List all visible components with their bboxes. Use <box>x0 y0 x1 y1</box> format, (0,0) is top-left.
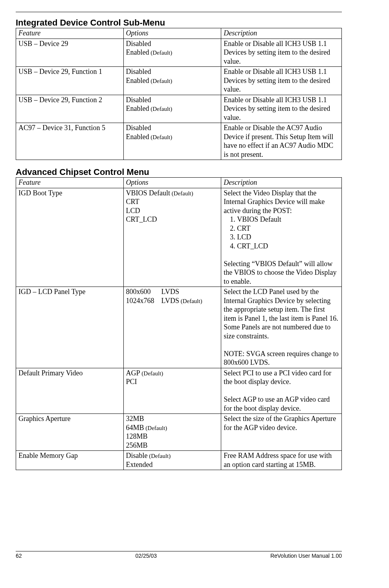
table-header-row: Feature Options Description <box>16 28 342 39</box>
option-value: Enabled (Default) <box>126 104 219 113</box>
page-footer: 62 02/25/03 ReVolution User Manual 1.00 <box>16 551 342 559</box>
feature-cell: USB – Device 29, Function 2 <box>16 95 124 123</box>
description-text: Enable or Disable all ICH3 USB 1.1 Devic… <box>224 67 339 94</box>
section1-title: Integrated Device Control Sub-Menu <box>16 18 342 28</box>
options-cell: 800x600 LVDS1024x768 LVDS (Default) <box>123 287 221 368</box>
table-row: USB – Device 29, Function 1DisabledEnabl… <box>16 67 342 95</box>
default-marker: (Default) <box>149 134 172 140</box>
description-text: Select PCI to use a PCI video card for t… <box>224 369 339 386</box>
option-value: LCD <box>126 206 219 215</box>
option-value: 1024x768 LVDS (Default) <box>126 296 219 305</box>
description-cell: Select the LCD Panel used by the Interna… <box>221 287 342 368</box>
description-text: Enable or Disable the AC97 Audio Device … <box>224 123 339 159</box>
option-value: Disable (Default) <box>126 451 219 460</box>
option-value: 800x600 LVDS <box>126 287 219 296</box>
option-value: Extended <box>126 460 219 469</box>
options-cell: 32MB64MB (Default)128MB256MB <box>123 414 221 451</box>
option-value: AGP (Default) <box>126 369 219 378</box>
feature-cell: Enable Memory Gap <box>16 451 124 470</box>
option-value: 64MB (Default) <box>126 423 219 432</box>
option-value: PCI <box>126 377 219 386</box>
description-cell: Select the Video Display that the Intern… <box>221 188 342 287</box>
description-text: Select the size of the Graphics Aperture… <box>224 414 339 432</box>
options-cell: DisabledEnabled (Default) <box>123 39 221 67</box>
header-feature: Feature <box>16 28 124 39</box>
table-row: AC97 – Device 31, Function 5DisabledEnab… <box>16 123 342 160</box>
description-text: Selecting “VBIOS Default” will allow the… <box>224 259 339 286</box>
option-value: Enabled (Default) <box>126 76 219 85</box>
option-value: Disabled <box>126 67 219 76</box>
option-value: Disabled <box>126 39 219 48</box>
default-marker: (Default) <box>148 453 171 459</box>
default-marker: (Default) <box>144 425 167 431</box>
default-marker: (Default) <box>149 78 172 84</box>
section2-table: Feature Options Description IGD Boot Typ… <box>16 177 342 470</box>
description-cell: Free RAM Address space for use with an o… <box>221 451 342 470</box>
feature-cell: IGD – LCD Panel Type <box>16 287 124 368</box>
feature-cell: Default Primary Video <box>16 368 124 414</box>
footer-manual-title: ReVolution User Manual 1.00 <box>270 553 342 559</box>
description-list-item: CRT_LCD <box>237 242 339 251</box>
option-value: 128MB <box>126 432 219 441</box>
description-cell: Select the size of the Graphics Aperture… <box>221 414 342 451</box>
header-feature: Feature <box>16 178 124 188</box>
feature-cell: Graphics Aperture <box>16 414 124 451</box>
description-list-item: LCD <box>237 233 339 242</box>
table-row: Default Primary VideoAGP (Default)PCISel… <box>16 368 342 414</box>
option-value: Disabled <box>126 96 219 105</box>
description-list-item: CRT <box>237 224 339 233</box>
feature-cell: AC97 – Device 31, Function 5 <box>16 123 124 160</box>
description-list: VBIOS DefaultCRTLCDCRT_LCD <box>232 215 339 250</box>
header-options: Options <box>123 178 221 188</box>
footer-date: 02/25/03 <box>135 553 157 559</box>
section2-title: Advanced Chipset Control Menu <box>16 167 342 177</box>
table-header-row: Feature Options Description <box>16 178 342 188</box>
options-cell: DisabledEnabled (Default) <box>123 123 221 160</box>
default-marker: (Default) <box>170 190 193 197</box>
options-cell: AGP (Default)PCI <box>123 368 221 414</box>
description-cell: Enable or Disable the AC97 Audio Device … <box>221 123 342 160</box>
description-cell: Enable or Disable all ICH3 USB 1.1 Devic… <box>221 67 342 95</box>
description-list-item: VBIOS Default <box>237 215 339 224</box>
description-text: Select the Video Display that the Intern… <box>224 189 339 215</box>
description-text: NOTE: SVGA screen requires change to 800… <box>224 349 339 367</box>
description-text: Free RAM Address space for use with an o… <box>224 451 339 469</box>
option-value: Disabled <box>126 123 219 132</box>
options-cell: DisabledEnabled (Default) <box>123 95 221 123</box>
top-rule <box>16 12 342 12</box>
option-value: 32MB <box>126 414 219 423</box>
options-cell: DisabledEnabled (Default) <box>123 67 221 95</box>
options-cell: VBIOS Default (Default)CRTLCDCRT_LCD <box>123 188 221 287</box>
option-value: 256MB <box>126 441 219 450</box>
options-cell: Disable (Default)Extended <box>123 451 221 470</box>
description-text: Enable or Disable all ICH3 USB 1.1 Devic… <box>224 96 339 122</box>
header-options: Options <box>123 28 221 39</box>
table-row: Graphics Aperture32MB64MB (Default)128MB… <box>16 414 342 451</box>
default-marker: (Default) <box>149 106 172 112</box>
footer-page-number: 62 <box>16 553 22 559</box>
table-row: Enable Memory GapDisable (Default)Extend… <box>16 451 342 470</box>
option-value: VBIOS Default (Default) <box>126 189 219 198</box>
table-row: IGD Boot TypeVBIOS Default (Default)CRTL… <box>16 188 342 287</box>
description-text: Enable or Disable all ICH3 USB 1.1 Devic… <box>224 39 339 66</box>
default-marker: (Default) <box>140 370 163 377</box>
header-description: Description <box>221 28 342 39</box>
table-row: USB – Device 29DisabledEnabled (Default)… <box>16 39 342 67</box>
table-row: IGD – LCD Panel Type800x600 LVDS1024x768… <box>16 287 342 368</box>
description-cell: Enable or Disable all ICH3 USB 1.1 Devic… <box>221 39 342 67</box>
default-marker: (Default) <box>179 298 202 304</box>
feature-cell: USB – Device 29, Function 1 <box>16 67 124 95</box>
description-text: Select the LCD Panel used by the Interna… <box>224 287 339 340</box>
description-text: Select AGP to use an AGP video card for … <box>224 395 339 413</box>
feature-cell: USB – Device 29 <box>16 39 124 67</box>
default-marker: (Default) <box>149 50 172 56</box>
table-row: USB – Device 29, Function 2DisabledEnabl… <box>16 95 342 123</box>
option-value: CRT <box>126 197 219 206</box>
option-value: Enabled (Default) <box>126 48 219 57</box>
option-value: Enabled (Default) <box>126 132 219 141</box>
description-cell: Select PCI to use a PCI video card for t… <box>221 368 342 414</box>
option-value: CRT_LCD <box>126 215 219 224</box>
feature-cell: IGD Boot Type <box>16 188 124 287</box>
header-description: Description <box>221 178 342 188</box>
section1-table: Feature Options Description USB – Device… <box>16 28 342 160</box>
